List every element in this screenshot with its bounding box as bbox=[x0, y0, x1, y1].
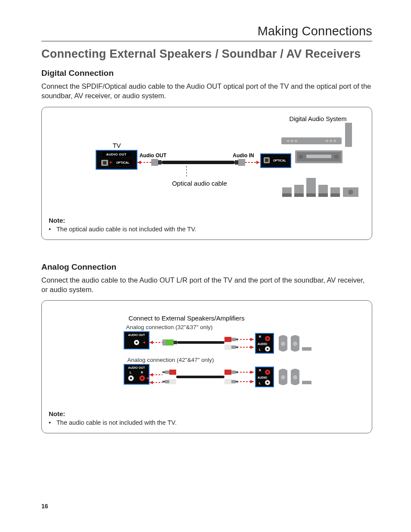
svg-rect-109 bbox=[302, 381, 311, 384]
svg-marker-99 bbox=[250, 380, 254, 383]
svg-point-21 bbox=[330, 140, 332, 142]
svg-point-17 bbox=[287, 140, 290, 142]
audio-in-label: Audio IN bbox=[233, 152, 254, 159]
svg-rect-47 bbox=[162, 339, 166, 345]
svg-rect-95 bbox=[236, 381, 238, 383]
optical-cable-icon bbox=[162, 161, 235, 164]
svg-rect-3 bbox=[103, 161, 106, 165]
svg-rect-90 bbox=[224, 370, 231, 375]
svg-point-38 bbox=[348, 190, 353, 195]
svg-point-18 bbox=[291, 140, 293, 142]
svg-point-26 bbox=[334, 155, 339, 159]
svg-text:OPTICAL: OPTICAL bbox=[116, 161, 130, 164]
svg-point-106 bbox=[267, 382, 268, 383]
chapter-title: Making Connections bbox=[41, 24, 372, 41]
svg-rect-89 bbox=[176, 376, 224, 378]
svg-rect-54 bbox=[231, 345, 236, 349]
cable-caption: Optical audio cable bbox=[172, 180, 227, 187]
svg-point-66 bbox=[267, 348, 268, 350]
page-heading: Connecting External Speakers / Soundbar … bbox=[41, 47, 372, 61]
svg-rect-49 bbox=[177, 341, 224, 344]
svg-rect-94 bbox=[231, 380, 236, 383]
digital-heading: Digital Connection bbox=[41, 68, 372, 78]
digital-note-item: The optical audio cable is not included … bbox=[49, 226, 365, 233]
svg-rect-14 bbox=[265, 159, 268, 162]
svg-point-108 bbox=[293, 375, 297, 380]
svg-rect-36 bbox=[330, 193, 340, 197]
svg-rect-52 bbox=[236, 339, 238, 340]
page-number: 16 bbox=[41, 503, 48, 510]
svg-rect-53 bbox=[224, 345, 231, 350]
svg-rect-85 bbox=[169, 370, 176, 375]
analog-note-item: The audio cable is not included with the… bbox=[49, 419, 365, 426]
analog-row2-label: Analog connection (42"&47" only) bbox=[128, 357, 214, 363]
speaker-pair2-icon bbox=[279, 369, 311, 385]
analog-diagram: Connect to External Speakers/Amplifiers … bbox=[49, 307, 367, 401]
svg-text:L: L bbox=[130, 371, 132, 374]
analog-heading: Analog Connection bbox=[41, 262, 372, 272]
svg-rect-28 bbox=[306, 193, 316, 197]
tower-speaker-icon bbox=[345, 123, 352, 147]
svg-point-107 bbox=[281, 375, 285, 380]
svg-text:AUDIO: AUDIO bbox=[258, 342, 268, 345]
svg-point-43 bbox=[136, 342, 138, 344]
system-label: Digital Audio System bbox=[290, 115, 347, 122]
svg-rect-69 bbox=[302, 347, 311, 351]
svg-marker-46 bbox=[149, 341, 153, 344]
analog-title: Connect to External Speakers/Amplifiers bbox=[128, 314, 244, 322]
svg-rect-48 bbox=[174, 341, 177, 344]
svg-point-25 bbox=[299, 155, 303, 159]
svg-rect-32 bbox=[282, 193, 292, 197]
svg-rect-92 bbox=[236, 371, 238, 373]
svg-text:R: R bbox=[259, 369, 261, 372]
svg-marker-57 bbox=[250, 338, 254, 341]
svg-rect-51 bbox=[231, 338, 236, 341]
analog-row1-label: Analog connection (32"&37" only) bbox=[126, 324, 213, 330]
svg-text:AUDIO OUT: AUDIO OUT bbox=[106, 152, 127, 156]
digital-body: Connect the SPDIF/Optical audio cable to… bbox=[41, 81, 372, 101]
svg-marker-12 bbox=[256, 161, 260, 164]
cable-plug-right-icon bbox=[238, 159, 245, 166]
svg-marker-82 bbox=[149, 381, 153, 384]
svg-text:AUDIO OUT: AUDIO OUT bbox=[128, 366, 145, 369]
svg-point-62 bbox=[267, 338, 268, 339]
svg-text:OPTICAL: OPTICAL bbox=[273, 159, 286, 162]
svg-rect-83 bbox=[162, 371, 165, 373]
speaker-pair-icon bbox=[279, 335, 311, 352]
analog-note-heading: Note: bbox=[49, 410, 365, 417]
green-plug-icon bbox=[166, 339, 174, 345]
cable-plug-left-icon bbox=[151, 159, 158, 166]
svg-text:AUDIO OUT: AUDIO OUT bbox=[128, 333, 145, 336]
svg-rect-93 bbox=[224, 379, 231, 384]
svg-point-75 bbox=[130, 377, 132, 379]
digital-note-heading: Note: bbox=[49, 217, 365, 224]
svg-rect-87 bbox=[165, 380, 169, 383]
svg-text:AUDIO: AUDIO bbox=[258, 376, 268, 379]
svg-point-67 bbox=[281, 342, 285, 346]
tv-label: TV bbox=[112, 142, 121, 149]
svg-rect-24 bbox=[306, 155, 331, 158]
svg-rect-55 bbox=[236, 346, 238, 348]
soundbar-icon bbox=[281, 137, 342, 144]
svg-text:L: L bbox=[259, 382, 261, 385]
audio-out-label: Audio OUT bbox=[140, 152, 167, 159]
svg-rect-10 bbox=[235, 160, 238, 165]
svg-rect-84 bbox=[165, 370, 169, 374]
svg-point-102 bbox=[267, 371, 268, 373]
svg-rect-9 bbox=[158, 160, 162, 165]
svg-point-19 bbox=[295, 140, 297, 142]
analog-body: Connect the audio cable to the Audio OUT… bbox=[41, 275, 372, 295]
digital-diagram: TV AUDIO OUT OPTICAL Audio OUT bbox=[49, 113, 367, 199]
svg-marker-80 bbox=[149, 373, 153, 376]
svg-rect-34 bbox=[318, 193, 328, 197]
svg-point-68 bbox=[293, 342, 297, 346]
svg-point-77 bbox=[141, 377, 143, 379]
svg-rect-86 bbox=[162, 381, 165, 383]
svg-text:L: L bbox=[259, 348, 261, 351]
svg-rect-91 bbox=[231, 370, 236, 374]
digital-diagram-panel: TV AUDIO OUT OPTICAL Audio OUT bbox=[41, 107, 372, 240]
svg-point-22 bbox=[333, 140, 336, 142]
svg-point-20 bbox=[326, 140, 328, 142]
svg-rect-30 bbox=[294, 193, 304, 197]
svg-marker-59 bbox=[250, 345, 254, 349]
